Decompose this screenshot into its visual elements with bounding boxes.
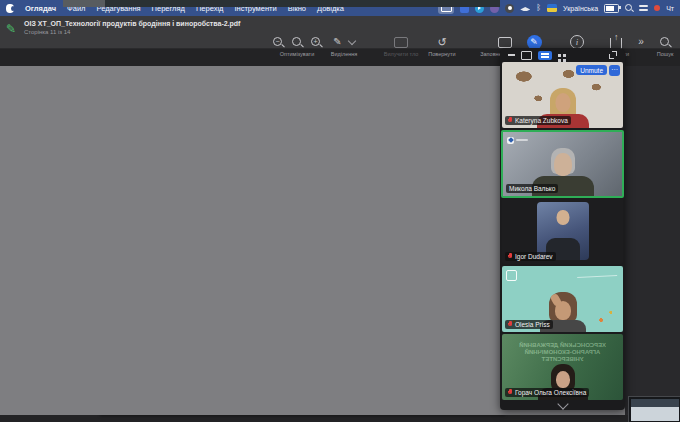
participant-tile[interactable]: Igor Dudarev	[502, 198, 623, 264]
canvas-dark-area	[625, 66, 680, 415]
participant-name-label: Olesia Priss	[505, 320, 553, 329]
video-window-toolbar	[500, 48, 625, 62]
participant-name-label: Kateryna Zubkova	[505, 116, 571, 125]
inspector-icon[interactable]: i	[570, 35, 584, 49]
input-language-label[interactable]: Українська	[563, 5, 598, 12]
more-tools-icon[interactable]: »	[638, 36, 644, 48]
bluetooth-icon[interactable]: ᛒ	[536, 4, 541, 12]
video-call-window: Unmute ⋯ Kateryna Zubkova Микола Валько …	[500, 48, 625, 410]
input-language-flag-icon[interactable]	[547, 4, 557, 12]
mini-window-titlebar	[631, 399, 679, 407]
menu-app[interactable]: Оглядач	[25, 4, 56, 13]
participant-tile[interactable]: Unmute ⋯ Kateryna Zubkova	[502, 62, 623, 128]
muted-mic-icon	[508, 321, 513, 328]
background-script-decoration	[577, 269, 617, 278]
battery-icon	[604, 4, 619, 13]
muted-mic-icon	[508, 389, 513, 396]
participant-tile[interactable]: ХЕРСОНСЬКИЙ ДЕРЖАВНИЙ АГРАРНО-ЕКОНОМІЧНИ…	[502, 334, 623, 400]
muted-mic-icon	[508, 253, 513, 260]
rotate-group: ↺ Повернути	[418, 35, 466, 57]
control-center-icon[interactable]	[639, 4, 648, 12]
participant-name-label: Горач Ольга Олексіївна	[505, 388, 589, 397]
education-app-icon[interactable]	[520, 7, 530, 11]
speaker-view-icon[interactable]	[521, 51, 532, 60]
rotate-icon[interactable]: ↺	[437, 36, 446, 48]
remove-background-icon	[394, 37, 408, 48]
filmstrip-view-active-icon[interactable]	[538, 51, 552, 60]
more-options-button[interactable]: ⋯	[609, 65, 620, 76]
participant-tile-active[interactable]: Микола Валько	[501, 130, 624, 198]
zoom-in-button[interactable]: +	[310, 36, 322, 48]
clock-day-label: Чт	[666, 5, 674, 12]
mini-window-corner[interactable]	[628, 396, 680, 422]
mini-window-body	[631, 407, 679, 421]
collapse-strip-icon[interactable]	[557, 398, 568, 409]
preview-toolbar: ✎ ОІЗ ХТ_ОП_Технології продуктів бродінн…	[0, 16, 680, 49]
zoom-fit-button[interactable]	[291, 36, 303, 48]
page-status: Сторінка 11 із 14	[24, 29, 240, 35]
fill-form-icon[interactable]	[498, 37, 512, 48]
markup-pencil-proxy-icon: ✎	[6, 22, 16, 36]
chevron-down-icon[interactable]	[347, 37, 355, 45]
highlight-group: ✎ Виділення	[322, 35, 366, 57]
muted-mic-icon	[508, 117, 513, 124]
participant-name-label: Микола Валько	[506, 184, 558, 193]
document-header: ОІЗ ХТ_ОП_Технології продуктів бродіння …	[24, 20, 240, 35]
record-status-icon[interactable]	[505, 4, 514, 13]
university-logo-icon	[507, 136, 529, 144]
apple-icon[interactable]	[6, 4, 14, 13]
participant-name-label: Igor Dudarev	[505, 252, 556, 261]
background-window-area	[105, 0, 500, 7]
search-group: Пошук	[648, 35, 680, 57]
highlighter-pen-icon[interactable]: ✎	[333, 36, 341, 48]
spotlight-search-icon[interactable]	[625, 4, 633, 12]
participant-tile[interactable]: Olesia Priss	[502, 266, 623, 332]
background-university-text: ХЕРСОНСЬКИЙ ДЕРЖАВНИЙ АГРАРНО-ЕКОНОМІЧНИ…	[502, 342, 623, 363]
recording-dot-icon[interactable]	[654, 5, 660, 11]
expand-icon[interactable]	[609, 51, 617, 59]
zoom-out-button[interactable]: −	[272, 36, 284, 48]
background-logo-icon	[506, 270, 517, 281]
minimize-icon[interactable]	[508, 54, 515, 56]
document-title: ОІЗ ХТ_ОП_Технології продуктів бродіння …	[24, 20, 240, 27]
search-icon[interactable]	[659, 36, 671, 48]
unmute-button[interactable]: Unmute	[576, 65, 607, 75]
background-window-tab	[63, 0, 105, 7]
gallery-view-icon[interactable]	[558, 54, 561, 57]
